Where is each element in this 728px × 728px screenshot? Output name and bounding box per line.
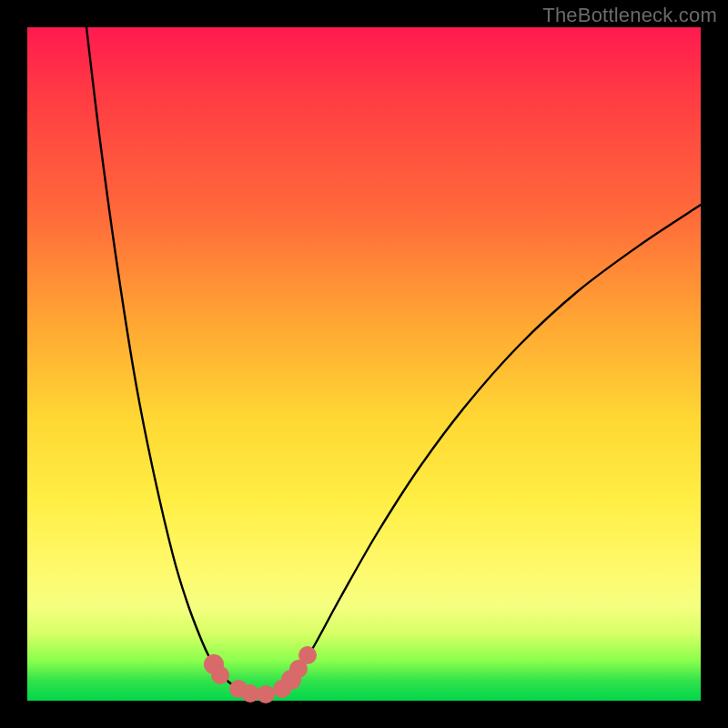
- valley-marker: [211, 666, 229, 684]
- curve-svg: [27, 27, 701, 701]
- valley-marker: [241, 684, 259, 703]
- watermark-text: TheBottleneck.com: [542, 4, 717, 27]
- valley-marker: [257, 685, 275, 703]
- valley-markers: [204, 646, 317, 703]
- plot-area: [27, 27, 701, 701]
- valley-marker: [298, 646, 317, 664]
- bottleneck-curve: [86, 27, 701, 694]
- chart-frame: TheBottleneck.com: [0, 0, 728, 728]
